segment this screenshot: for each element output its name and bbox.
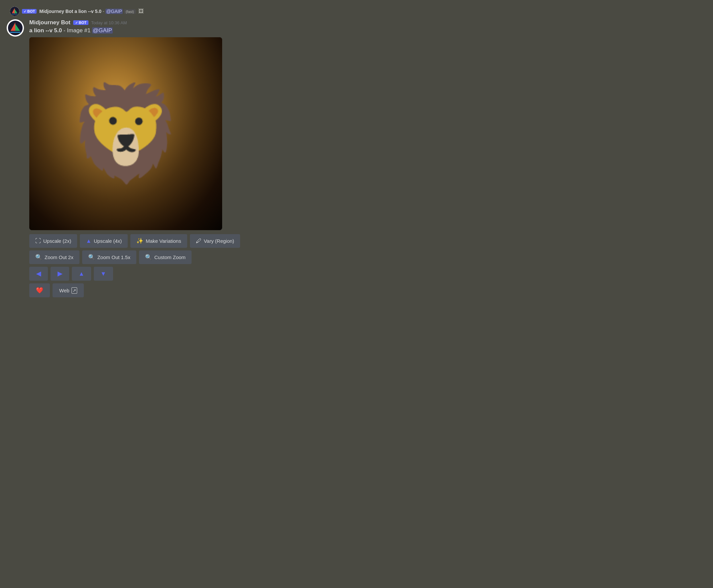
nav-left-button[interactable]: ◀ [29,267,48,281]
message-header: Midjourney Bot BOT Today at 10:36 AM [29,19,266,26]
zoom-out-1-5x-label: Zoom Out 1.5x [98,254,130,260]
nav-left-arrow: ◀ [36,270,41,277]
make-variations-button[interactable]: ✨ Make Variations [130,234,187,248]
message-timestamp: Today at 10:36 AM [91,20,127,25]
image-icon: 🖼 [138,8,144,14]
vary-region-label: Vary (Region) [204,238,234,244]
make-variations-label: Make Variations [146,238,181,244]
nav-up-arrow: ▲ [79,270,84,277]
custom-zoom-label: Custom Zoom [154,254,186,260]
upscale-4x-button[interactable]: ▲ Upscale (4x) [80,234,128,248]
web-external-icon: ↗ [71,287,77,294]
custom-zoom-button[interactable]: 🔍 Custom Zoom [139,250,192,264]
web-button[interactable]: Web ↗ [53,284,84,297]
heart-button[interactable]: ❤️ [29,284,50,297]
message-container: BOT Midjourney Bot a lion --v 5.0 - @GAI… [7,7,266,300]
zoom-out-2x-button[interactable]: 🔍 Zoom Out 2x [29,250,80,264]
mention-badge: @GAIP [92,27,113,34]
nav-right-arrow: ▶ [58,270,62,277]
nav-right-button[interactable]: ▶ [50,267,69,281]
avatar-small [10,7,19,16]
lion-image [29,37,222,230]
custom-zoom-icon: 🔍 [145,254,152,261]
buttons-row-2: 🔍 Zoom Out 2x 🔍 Zoom Out 1.5x 🔍 Custom Z… [29,250,266,264]
bot-name: Midjourney Bot [29,19,70,26]
pinned-bar-text: Midjourney Bot a lion --v 5.0 - @GAIP (f… [39,9,136,14]
buttons-row-1: ⛶ Upscale (2x) ▲ Upscale (4x) ✨ Make Var… [29,234,266,248]
nav-down-button[interactable]: ▼ [94,267,113,281]
upscale-4x-label: Upscale (4x) [94,238,122,244]
message-body: Midjourney Bot BOT Today at 10:36 AM a l… [7,19,266,300]
zoom-out-1-5x-button[interactable]: 🔍 Zoom Out 1.5x [82,250,137,264]
message-content: Midjourney Bot BOT Today at 10:36 AM a l… [29,19,266,300]
upscale-2x-label: Upscale (2x) [43,238,71,244]
buttons-row-4: ❤️ Web ↗ [29,284,266,297]
nav-down-arrow: ▼ [101,270,106,277]
buttons-row-3: ◀ ▶ ▲ ▼ [29,267,266,281]
make-variations-icon: ✨ [137,237,143,245]
upscale-2x-button[interactable]: ⛶ Upscale (2x) [29,234,77,248]
message-subtitle: a lion --v 5.0 - Image #1 @GAIP [29,27,266,34]
bot-badge: BOT [73,20,88,25]
pinned-bar: BOT Midjourney Bot a lion --v 5.0 - @GAI… [7,7,266,16]
nav-up-button[interactable]: ▲ [72,267,91,281]
zoom-out-1-5x-icon: 🔍 [88,254,95,261]
vary-region-button[interactable]: 🖊 Vary (Region) [190,234,240,248]
vary-region-icon: 🖊 [196,238,202,245]
avatar-large [7,19,24,37]
upscale-2x-icon: ⛶ [35,238,41,245]
heart-icon: ❤️ [36,287,43,294]
zoom-out-2x-icon: 🔍 [35,254,42,261]
prompt-text: a lion --v 5.0 [29,27,62,34]
upscale-4x-icon: ▲ [86,238,91,245]
bot-badge-inline: BOT [22,9,37,14]
web-label: Web [59,288,69,293]
lion-canvas [29,37,222,230]
zoom-out-2x-label: Zoom Out 2x [45,254,74,260]
